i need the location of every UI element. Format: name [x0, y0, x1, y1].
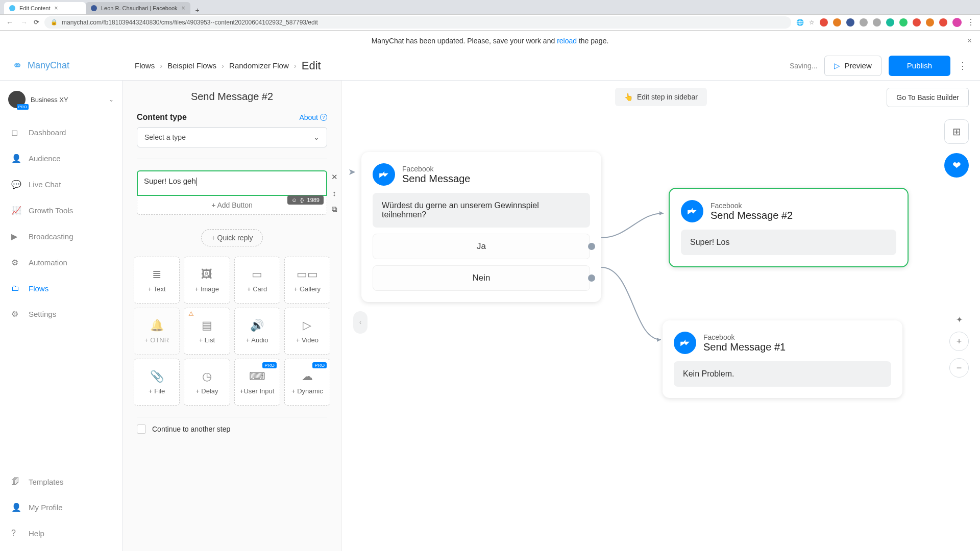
divider — [137, 417, 327, 417]
profile-avatar-icon[interactable] — [952, 18, 962, 27]
tile-label: + File — [149, 387, 165, 395]
message-text-input[interactable]: Super! Los geh — [137, 170, 327, 196]
tile-userinput[interactable]: PRO⌨+User Input — [234, 359, 280, 406]
sidebar-item-broadcasting[interactable]: ▶Broadcasting — [0, 224, 122, 248]
connector-dot[interactable] — [588, 274, 595, 282]
copy-icon[interactable]: ⧉ — [329, 205, 339, 214]
ext-icon[interactable] — [820, 18, 828, 27]
quick-reply-ja[interactable]: Ja — [373, 234, 590, 259]
ext-icon[interactable] — [939, 18, 947, 27]
tile-icon: ≣ — [152, 268, 161, 281]
logo[interactable]: ⚭ ManyChat — [12, 59, 135, 73]
account-picker[interactable]: PRO Business XY ⌄ — [0, 86, 122, 113]
sidebar-item-templates[interactable]: 🗐Templates — [0, 470, 122, 493]
flow-node-send-message-1[interactable]: Facebook Send Message #1 Kein Problem. — [663, 320, 902, 398]
add-button-label: + Add Button — [211, 201, 253, 209]
collapse-handle[interactable]: ‹ — [353, 311, 368, 334]
sidebar-item-settings[interactable]: ⚙Settings — [0, 302, 122, 326]
editor-panel: Send Message #2 Content type About ? Sel… — [122, 81, 342, 551]
tile-text[interactable]: ≣+ Text — [134, 257, 180, 304]
ext-icon[interactable] — [860, 18, 868, 27]
menu-icon[interactable]: ⋮ — [967, 17, 975, 27]
ext-icon[interactable] — [899, 18, 908, 27]
ext-icon[interactable] — [833, 18, 841, 27]
message-bubble: Super! Los — [681, 230, 896, 255]
tile-image[interactable]: 🖼+ Image — [184, 257, 230, 304]
tile-card[interactable]: ▭+ Card — [234, 257, 280, 304]
tile-delay[interactable]: ◷+ Delay — [184, 359, 230, 406]
chevron-right-icon: › — [222, 61, 224, 70]
flow-node-send-message-2[interactable]: Facebook Send Message #2 Super! Los — [669, 188, 909, 267]
preview-button[interactable]: ▷ Preview — [824, 56, 881, 76]
tile-video[interactable]: ▷+ Video — [284, 308, 330, 355]
sidebar-item-growth-tools[interactable]: 📈Growth Tools — [0, 198, 122, 222]
ext-icon[interactable] — [913, 18, 921, 27]
close-icon[interactable]: × — [55, 5, 58, 12]
sidebar-item-my-profile[interactable]: 👤My Profile — [0, 495, 122, 519]
quick-reply-nein[interactable]: Nein — [373, 265, 590, 291]
play-icon: ▷ — [834, 61, 840, 70]
zoom-controls: ✦ + − — [949, 315, 969, 378]
banner-text-pre: ManyChat has been updated. Please, save … — [372, 37, 557, 45]
tile-gallery[interactable]: ▭▭+ Gallery — [284, 257, 330, 304]
add-step-button[interactable]: ⊞ — [944, 119, 969, 144]
add-quick-reply[interactable]: + Quick reply — [201, 229, 262, 246]
back-icon[interactable]: ← — [5, 18, 14, 27]
new-tab-button[interactable]: + — [192, 6, 203, 14]
assist-button[interactable]: ❤ — [944, 153, 969, 178]
content-type-select[interactable]: Select a type ⌄ — [137, 127, 327, 147]
address-bar[interactable]: 🔒 manychat.com/fb181039443240830/cms/fil… — [44, 16, 791, 29]
translate-icon[interactable]: 🌐 — [796, 19, 804, 26]
flow-node-send-message[interactable]: Facebook Send Message Würdest du gerne a… — [361, 152, 601, 302]
reload-icon[interactable]: ⟳ — [34, 18, 39, 26]
ext-icon[interactable] — [846, 18, 854, 27]
add-button[interactable]: ☺ {} 1989 + Add Button — [137, 196, 327, 215]
tile-dynamic[interactable]: PRO☁+ Dynamic — [284, 359, 330, 406]
tile-label: + OTNR — [144, 336, 169, 344]
tile-icon: ▭ — [252, 268, 262, 281]
reload-link[interactable]: reload — [557, 37, 577, 45]
saving-status: Saving... — [790, 62, 817, 70]
sidebar-item-dashboard[interactable]: ◻Dashboard — [0, 120, 122, 144]
close-icon[interactable]: ✕ — [329, 172, 339, 182]
forward-icon[interactable]: → — [19, 18, 29, 27]
breadcrumb-item[interactable]: Flows — [135, 61, 155, 70]
edit-hint: 👆 Edit step in sidebar — [615, 88, 707, 106]
star-icon[interactable]: ☆ — [809, 19, 815, 26]
tile-list[interactable]: ⚠▤+ List — [184, 308, 230, 355]
auto-arrange-icon[interactable]: ✦ — [956, 315, 963, 324]
braces-icon[interactable]: {} — [300, 197, 304, 203]
sidebar-item-live-chat[interactable]: 💬Live Chat — [0, 172, 122, 196]
continue-checkbox[interactable] — [137, 424, 146, 434]
close-icon[interactable]: × — [182, 5, 185, 12]
move-icon[interactable]: ↕ — [329, 189, 339, 197]
tile-file[interactable]: 📎+ File — [134, 359, 180, 406]
node-title: Send Message — [402, 173, 470, 185]
ext-icon[interactable] — [886, 18, 894, 27]
close-icon[interactable]: × — [967, 31, 972, 51]
ext-icon[interactable] — [873, 18, 881, 27]
breadcrumb-item[interactable]: Beispiel Flows — [167, 61, 216, 70]
flow-canvas[interactable]: 👆 Edit step in sidebar Go To Basic Build… — [342, 81, 980, 551]
breadcrumb-item[interactable]: Randomizer Flow — [229, 61, 289, 70]
connector-dot[interactable] — [588, 243, 595, 250]
sidebar-item-audience[interactable]: 👤Audience — [0, 146, 122, 170]
publish-button[interactable]: Publish — [889, 56, 950, 76]
sidebar-item-automation[interactable]: ⚙Automation — [0, 251, 122, 274]
sidebar-item-flows[interactable]: 🗀Flows — [0, 277, 122, 300]
zoom-out-button[interactable]: − — [949, 358, 969, 378]
browser-tab[interactable]: Leon R. Chaudhari | Facebook × — [86, 2, 190, 14]
sidebar-item-help[interactable]: ?Help — [0, 521, 122, 545]
zoom-in-button[interactable]: + — [949, 332, 969, 351]
text-caret — [196, 178, 197, 186]
tile-audio[interactable]: 🔊+ Audio — [234, 308, 280, 355]
continue-row[interactable]: Continue to another step — [122, 424, 341, 437]
tile-icon: 🖼 — [201, 268, 212, 281]
more-icon[interactable]: ⋮ — [958, 60, 968, 71]
go-basic-button[interactable]: Go To Basic Builder — [887, 88, 969, 107]
nav-label: Dashboard — [29, 128, 66, 137]
browser-tab-active[interactable]: Edit Content × — [4, 2, 86, 14]
about-link[interactable]: About ? — [299, 113, 327, 121]
ext-icon[interactable] — [926, 18, 934, 27]
emoji-icon[interactable]: ☺ — [291, 197, 297, 203]
